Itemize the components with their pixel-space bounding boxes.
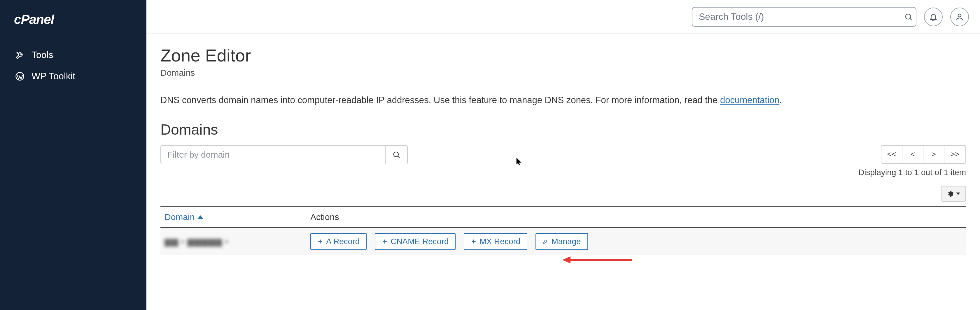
a-record-label: A Record	[326, 237, 360, 246]
filter-pager-row: << < > >> Displaying 1 to 1 out of 1 ite…	[161, 145, 966, 177]
description-text: DNS converts domain names into computer-…	[161, 95, 720, 105]
cname-record-label: CNAME Record	[391, 237, 449, 246]
svg-point-5	[394, 152, 398, 157]
sidebar-item-tools[interactable]: Tools	[0, 44, 146, 66]
mouse-cursor-icon	[516, 158, 522, 166]
user-icon	[955, 13, 964, 21]
sort-asc-icon	[197, 214, 203, 220]
pager-wrap: << < > >> Displaying 1 to 1 out of 1 ite…	[858, 145, 966, 177]
filter-wrap	[161, 145, 408, 164]
mx-record-label: MX Record	[479, 237, 520, 246]
table-settings-row	[161, 186, 966, 202]
wrench-icon	[542, 239, 548, 244]
section-title: Domains	[161, 121, 966, 138]
top-header	[146, 0, 980, 34]
column-domain[interactable]: Domain	[164, 212, 310, 222]
domains-table: Domain Actions ▆▆ ▪ ▆▆▆▆▆ ▪ A Record	[161, 206, 966, 255]
pager: << < > >>	[881, 145, 966, 164]
filter-search-button[interactable]	[385, 145, 408, 164]
domain-cell: ▆▆ ▪ ▆▆▆▆▆ ▪	[164, 236, 310, 247]
page-description: DNS converts domain names into computer-…	[161, 93, 966, 107]
account-button[interactable]	[950, 8, 969, 26]
annotation-arrow	[562, 254, 632, 266]
table-row: ▆▆ ▪ ▆▆▆▆▆ ▪ A Record CNAME Record MX Re…	[161, 228, 966, 255]
svg-point-4	[958, 14, 961, 17]
documentation-link[interactable]: documentation	[720, 95, 780, 105]
wordpress-icon	[14, 72, 25, 81]
svg-point-2	[905, 14, 911, 19]
sidebar-nav: Tools WP Toolkit	[0, 41, 146, 90]
search-icon[interactable]	[904, 13, 913, 21]
sidebar-item-label: WP Toolkit	[32, 71, 75, 82]
table-settings-button[interactable]	[941, 186, 966, 202]
svg-line-3	[910, 18, 912, 20]
table-header: Domain Actions	[161, 207, 966, 228]
notifications-button[interactable]	[924, 8, 943, 26]
manage-button[interactable]: Manage	[536, 233, 588, 250]
plus-icon	[317, 239, 323, 244]
sidebar-item-label: Tools	[32, 49, 53, 60]
a-record-button[interactable]: A Record	[310, 233, 367, 250]
bell-icon	[929, 13, 938, 21]
svg-line-6	[398, 156, 399, 158]
domain-name-redacted: ▆▆ ▪ ▆▆▆▆▆ ▪	[164, 237, 228, 246]
pager-prev[interactable]: <	[902, 146, 923, 163]
brand-logo: cPanel	[0, 9, 146, 41]
pager-label: Displaying 1 to 1 out of 1 item	[858, 168, 966, 177]
column-actions-label: Actions	[310, 212, 339, 222]
cname-record-button[interactable]: CNAME Record	[375, 233, 456, 250]
pager-next[interactable]: >	[923, 146, 944, 163]
pager-last[interactable]: >>	[944, 146, 966, 163]
column-actions: Actions	[310, 212, 962, 222]
main-content: Zone Editor Domains DNS converts domain …	[146, 34, 980, 310]
actions-cell: A Record CNAME Record MX Record Manage	[310, 233, 962, 250]
mx-record-button[interactable]: MX Record	[464, 233, 527, 250]
search-wrap	[692, 7, 916, 27]
svg-text:cPanel: cPanel	[14, 12, 55, 27]
description-suffix: .	[780, 95, 782, 105]
search-input[interactable]	[692, 7, 916, 27]
search-icon	[392, 150, 401, 159]
filter-input[interactable]	[161, 145, 385, 164]
caret-down-icon	[956, 192, 960, 196]
manage-label: Manage	[551, 237, 581, 246]
plus-icon	[471, 239, 477, 244]
sidebar: cPanel Tools WP Toolkit	[0, 0, 146, 310]
plus-icon	[382, 239, 388, 244]
tools-icon	[14, 51, 25, 60]
svg-marker-14	[562, 256, 571, 263]
pager-first[interactable]: <<	[881, 146, 902, 163]
page-title: Zone Editor	[161, 46, 966, 66]
sidebar-item-wp-toolkit[interactable]: WP Toolkit	[0, 66, 146, 87]
gear-icon	[947, 190, 954, 197]
page-subtitle: Domains	[161, 68, 966, 78]
column-domain-label: Domain	[164, 212, 194, 222]
